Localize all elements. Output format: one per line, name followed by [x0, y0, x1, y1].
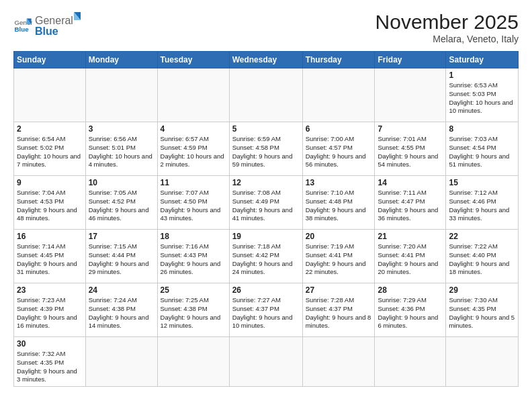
- table-row: [375, 68, 446, 122]
- day-number: 18: [161, 232, 226, 241]
- day-info: Sunrise: 6:54 AM Sunset: 5:02 PM Dayligh…: [17, 135, 83, 169]
- logo: General Blue General Blue: [13, 11, 75, 38]
- day-number: 3: [89, 124, 154, 134]
- day-info: Sunrise: 7:14 AM Sunset: 4:45 PM Dayligh…: [17, 242, 83, 277]
- day-number: 11: [161, 178, 226, 187]
- table-row: 1Sunrise: 6:53 AM Sunset: 5:03 PM Daylig…: [446, 68, 519, 122]
- day-number: 27: [306, 285, 372, 295]
- day-number: 15: [449, 178, 515, 187]
- table-row: 16Sunrise: 7:14 AM Sunset: 4:45 PM Dayli…: [14, 230, 86, 283]
- table-row: 6Sunrise: 7:00 AM Sunset: 4:57 PM Daylig…: [302, 122, 375, 176]
- table-row: 21Sunrise: 7:20 AM Sunset: 4:41 PM Dayli…: [375, 230, 446, 283]
- table-row: [14, 68, 86, 122]
- logo-icon: General Blue: [13, 15, 32, 34]
- table-row: [375, 337, 446, 387]
- table-row: [302, 68, 375, 122]
- day-info: Sunrise: 7:29 AM Sunset: 4:36 PM Dayligh…: [378, 296, 443, 330]
- table-row: 18Sunrise: 7:16 AM Sunset: 4:43 PM Dayli…: [157, 230, 229, 283]
- day-number: 10: [89, 178, 154, 187]
- col-saturday: Saturday: [446, 52, 519, 68]
- day-number: 24: [89, 285, 154, 295]
- location-subtitle: Melara, Veneto, Italy: [375, 34, 519, 44]
- day-info: Sunrise: 7:10 AM Sunset: 4:48 PM Dayligh…: [306, 189, 372, 223]
- day-info: Sunrise: 7:05 AM Sunset: 4:52 PM Dayligh…: [89, 189, 154, 223]
- day-number: 16: [17, 232, 83, 241]
- table-row: 23Sunrise: 7:23 AM Sunset: 4:39 PM Dayli…: [14, 283, 86, 337]
- day-number: 30: [17, 339, 83, 349]
- col-sunday: Sunday: [14, 52, 86, 68]
- table-row: 2Sunrise: 6:54 AM Sunset: 5:02 PM Daylig…: [14, 122, 86, 176]
- table-row: 10Sunrise: 7:05 AM Sunset: 4:52 PM Dayli…: [85, 176, 157, 230]
- day-info: Sunrise: 7:24 AM Sunset: 4:38 PM Dayligh…: [89, 296, 154, 330]
- day-info: Sunrise: 7:08 AM Sunset: 4:49 PM Dayligh…: [232, 189, 300, 223]
- table-row: [157, 68, 229, 122]
- table-row: 8Sunrise: 7:03 AM Sunset: 4:54 PM Daylig…: [446, 122, 519, 176]
- table-row: 12Sunrise: 7:08 AM Sunset: 4:49 PM Dayli…: [229, 176, 302, 230]
- day-number: 12: [232, 178, 300, 187]
- day-number: 7: [378, 124, 443, 134]
- col-friday: Friday: [375, 52, 446, 68]
- table-row: 17Sunrise: 7:15 AM Sunset: 4:44 PM Dayli…: [85, 230, 157, 283]
- day-info: Sunrise: 7:32 AM Sunset: 4:35 PM Dayligh…: [17, 350, 83, 384]
- day-info: Sunrise: 7:11 AM Sunset: 4:47 PM Dayligh…: [378, 189, 443, 223]
- day-number: 19: [232, 232, 300, 241]
- day-number: 22: [449, 232, 515, 241]
- col-wednesday: Wednesday: [229, 52, 302, 68]
- col-tuesday: Tuesday: [157, 52, 229, 68]
- logo-text: General Blue: [35, 11, 75, 38]
- table-row: 4Sunrise: 6:57 AM Sunset: 4:59 PM Daylig…: [157, 122, 229, 176]
- table-row: 14Sunrise: 7:11 AM Sunset: 4:47 PM Dayli…: [375, 176, 446, 230]
- table-row: 22Sunrise: 7:22 AM Sunset: 4:40 PM Dayli…: [446, 230, 519, 283]
- table-row: 25Sunrise: 7:25 AM Sunset: 4:38 PM Dayli…: [157, 283, 229, 337]
- table-row: 15Sunrise: 7:12 AM Sunset: 4:46 PM Dayli…: [446, 176, 519, 230]
- day-info: Sunrise: 7:18 AM Sunset: 4:42 PM Dayligh…: [232, 242, 300, 277]
- table-row: 7Sunrise: 7:01 AM Sunset: 4:55 PM Daylig…: [375, 122, 446, 176]
- table-row: 27Sunrise: 7:28 AM Sunset: 4:37 PM Dayli…: [302, 283, 375, 337]
- table-row: [157, 337, 229, 387]
- day-info: Sunrise: 7:03 AM Sunset: 4:54 PM Dayligh…: [449, 135, 515, 169]
- day-info: Sunrise: 6:53 AM Sunset: 5:03 PM Dayligh…: [449, 81, 515, 116]
- day-info: Sunrise: 7:23 AM Sunset: 4:39 PM Dayligh…: [17, 296, 83, 330]
- table-row: [85, 337, 157, 387]
- title-block: November 2025 Melara, Veneto, Italy: [375, 11, 519, 44]
- day-info: Sunrise: 7:22 AM Sunset: 4:40 PM Dayligh…: [449, 242, 515, 277]
- table-row: 3Sunrise: 6:56 AM Sunset: 5:01 PM Daylig…: [85, 122, 157, 176]
- table-row: [229, 337, 302, 387]
- table-row: 26Sunrise: 7:27 AM Sunset: 4:37 PM Dayli…: [229, 283, 302, 337]
- day-info: Sunrise: 7:12 AM Sunset: 4:46 PM Dayligh…: [449, 189, 515, 223]
- table-row: 13Sunrise: 7:10 AM Sunset: 4:48 PM Dayli…: [302, 176, 375, 230]
- day-info: Sunrise: 6:56 AM Sunset: 5:01 PM Dayligh…: [89, 135, 154, 169]
- day-info: Sunrise: 6:59 AM Sunset: 4:58 PM Dayligh…: [232, 135, 300, 169]
- table-row: 11Sunrise: 7:07 AM Sunset: 4:50 PM Dayli…: [157, 176, 229, 230]
- day-info: Sunrise: 6:57 AM Sunset: 4:59 PM Dayligh…: [161, 135, 226, 169]
- table-row: [446, 337, 519, 387]
- day-info: Sunrise: 7:16 AM Sunset: 4:43 PM Dayligh…: [161, 242, 226, 277]
- table-row: 19Sunrise: 7:18 AM Sunset: 4:42 PM Dayli…: [229, 230, 302, 283]
- svg-text:Blue: Blue: [14, 26, 29, 33]
- col-monday: Monday: [85, 52, 157, 68]
- table-row: [229, 68, 302, 122]
- day-number: 29: [449, 285, 515, 295]
- day-number: 17: [89, 232, 154, 241]
- table-row: 30Sunrise: 7:32 AM Sunset: 4:35 PM Dayli…: [14, 337, 86, 387]
- day-number: 4: [161, 124, 226, 134]
- table-row: 24Sunrise: 7:24 AM Sunset: 4:38 PM Dayli…: [85, 283, 157, 337]
- day-info: Sunrise: 7:19 AM Sunset: 4:41 PM Dayligh…: [306, 242, 372, 277]
- header: General Blue General Blue: [13, 11, 519, 44]
- day-number: 2: [17, 124, 83, 134]
- day-number: 26: [232, 285, 300, 295]
- month-title: November 2025: [375, 11, 519, 34]
- day-info: Sunrise: 7:28 AM Sunset: 4:37 PM Dayligh…: [306, 296, 372, 330]
- day-info: Sunrise: 7:04 AM Sunset: 4:53 PM Dayligh…: [17, 189, 83, 223]
- day-info: Sunrise: 7:30 AM Sunset: 4:35 PM Dayligh…: [449, 296, 515, 330]
- page: General Blue General Blue: [0, 0, 532, 411]
- table-row: [85, 68, 157, 122]
- day-info: Sunrise: 7:00 AM Sunset: 4:57 PM Dayligh…: [306, 135, 372, 169]
- svg-text:General: General: [35, 15, 73, 26]
- table-row: 20Sunrise: 7:19 AM Sunset: 4:41 PM Dayli…: [302, 230, 375, 283]
- day-info: Sunrise: 7:01 AM Sunset: 4:55 PM Dayligh…: [378, 135, 443, 169]
- svg-text:Blue: Blue: [35, 26, 58, 37]
- calendar-header-row: Sunday Monday Tuesday Wednesday Thursday…: [14, 52, 519, 68]
- day-number: 9: [17, 178, 83, 187]
- col-thursday: Thursday: [302, 52, 375, 68]
